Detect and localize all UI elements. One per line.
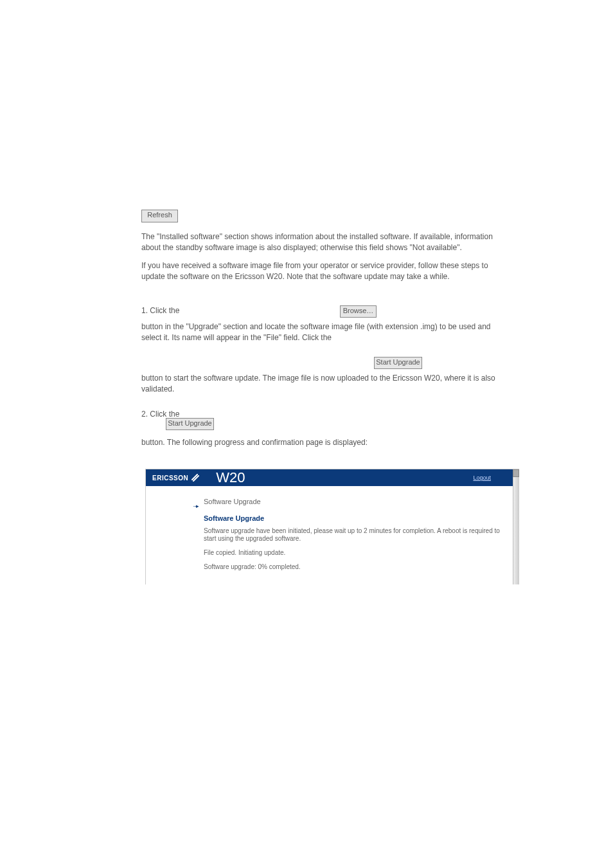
brand-logo-icon (191, 474, 199, 482)
brand-block: ERICSSON (146, 469, 206, 486)
router-screenshot: ERICSSON W20 Logout ···▸ Software Upgrad… (145, 469, 519, 584)
logout-link[interactable]: Logout (473, 475, 491, 481)
router-header: ERICSSON W20 Logout (146, 469, 519, 486)
paragraph-installed-software: The "Installed software" section shows i… (141, 231, 501, 253)
browse-button[interactable]: Browse… (340, 305, 377, 318)
router-main: Software Upgrade Software Upgrade Softwa… (204, 498, 519, 577)
start-upgrade-button[interactable]: Start Upgrade (374, 357, 422, 369)
step-1-body-2: button to start the software update. The… (141, 373, 501, 395)
scrollbar[interactable] (513, 469, 519, 584)
breadcrumb: Software Upgrade (204, 498, 500, 505)
step-1-lead: 1. Click the (141, 305, 179, 316)
model-label: W20 (216, 469, 245, 486)
nav-arrow-icon: ···▸ (193, 503, 199, 509)
status-message-2: File copied. Initiating update. (204, 549, 500, 557)
start-upgrade-button-2[interactable]: Start Upgrade (166, 418, 214, 430)
status-message-3: Software upgrade: 0% completed. (204, 563, 500, 571)
page-heading: Software Upgrade (204, 514, 500, 522)
paragraph-upgrade-intro: If you have received a software image fi… (141, 260, 501, 282)
brand-text: ERICSSON (152, 475, 188, 482)
router-nav: ···▸ (146, 498, 204, 577)
router-body: ···▸ Software Upgrade Software Upgrade S… (146, 486, 519, 577)
refresh-button[interactable]: Refresh (141, 210, 178, 222)
step-1-body: button in the "Upgrade" section and loca… (141, 321, 501, 343)
status-message-1: Software upgrade have been initiated, pl… (204, 527, 500, 543)
step-2-body: button. The following progress and confi… (141, 437, 501, 448)
scroll-thumb[interactable] (513, 469, 519, 477)
